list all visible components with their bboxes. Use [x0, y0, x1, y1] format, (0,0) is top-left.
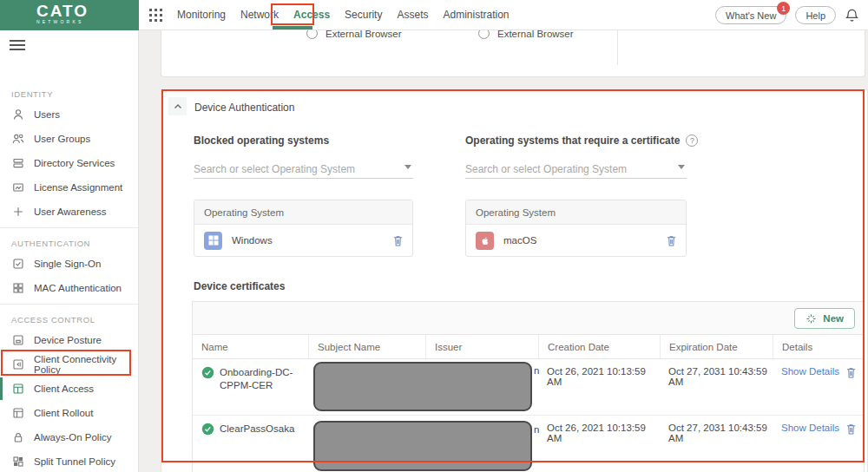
delete-icon[interactable] [666, 234, 677, 247]
column-header-issuer[interactable]: Issuer [425, 335, 538, 358]
authentication-methods-card: External Browser External Browser [161, 30, 865, 77]
table-row: macOS [466, 225, 686, 256]
select-placeholder: Search or select Operating System [194, 163, 355, 175]
whats-new-badge: 1 [777, 2, 790, 15]
help-button[interactable]: Help [795, 6, 836, 24]
sidebar-item-user-groups[interactable]: User Groups [0, 127, 138, 151]
redaction-overlay [313, 421, 532, 471]
sidebar-item-device-posture[interactable]: Device Posture [0, 328, 138, 352]
header-actions: What's New 1 Help [715, 0, 859, 30]
os-table-header: Operating System [194, 200, 412, 225]
main-content: External Browser External Browser Device… [139, 30, 868, 472]
sidebar-item-client-connectivity-policy[interactable]: Client Connectivity Policy [0, 352, 138, 377]
section-title-identity: IDENTITY [11, 89, 138, 99]
nav-security[interactable]: Security [345, 9, 382, 21]
nav-access[interactable]: Access [293, 9, 330, 21]
blocked-os-label: Blocked operating systems [194, 134, 329, 147]
column-header-expiration-date[interactable]: Expiration Date [660, 335, 773, 358]
sidebar-section-access-control: ACCESS CONTROL Device Posture Client Con… [0, 304, 138, 472]
sidebar-item-always-on-policy[interactable]: Always-On Policy [0, 425, 138, 449]
creation-date-cell: Oct 26, 2021 10:13:59 AM [538, 416, 660, 472]
column-header-subject-name[interactable]: Subject Name [308, 335, 425, 358]
sidebar-item-label: MAC Authentication [34, 283, 122, 293]
caret-down-icon [404, 165, 411, 169]
column-header-name[interactable]: Name [193, 335, 308, 358]
table-row: Windows [194, 225, 412, 256]
sparkle-icon [806, 313, 817, 324]
sidebar-item-label: Client Access [34, 384, 94, 394]
main-nav: Monitoring Network Access Security Asset… [177, 0, 510, 30]
show-details-link[interactable]: Show Details [781, 423, 839, 433]
sidebar-item-label: Device Posture [34, 335, 102, 345]
active-nav-underline [273, 26, 312, 30]
label-text: Blocked operating systems [194, 134, 329, 147]
section-title-access-control: ACCESS CONTROL [11, 315, 138, 324]
section-title: Device Authentication [194, 102, 294, 114]
blocked-os-select[interactable]: Search or select Operating System [194, 160, 413, 179]
user-icon [11, 108, 25, 121]
delete-icon[interactable] [845, 366, 857, 379]
new-certificate-button[interactable]: New [794, 308, 855, 329]
check-circle-icon [201, 423, 214, 436]
sidebar-item-directory-services[interactable]: Directory Services [0, 151, 138, 175]
sidebar-item-mac-authentication[interactable]: MAC Authentication [0, 276, 138, 300]
nav-administration[interactable]: Administration [443, 9, 509, 21]
notifications-bell-icon[interactable] [845, 8, 859, 23]
sidebar-item-label: License Assignment [34, 182, 122, 193]
column-header-creation-date[interactable]: Creation Date [538, 335, 660, 358]
client-connectivity-icon [11, 357, 25, 371]
nav-network[interactable]: Network [240, 9, 279, 21]
help-label: Help [806, 10, 825, 21]
section-title-authentication: AUTHENTICATION [11, 239, 138, 248]
sidebar-item-single-sign-on[interactable]: Single Sign-On [0, 252, 138, 276]
plus-icon [11, 205, 25, 219]
sidebar-item-user-awareness[interactable]: User Awareness [0, 200, 138, 224]
app-launcher-icon[interactable] [149, 9, 162, 22]
table-icon [11, 382, 25, 396]
help-icon[interactable]: ? [686, 134, 698, 147]
sidebar-item-users[interactable]: Users [0, 102, 138, 127]
menu-toggle-icon[interactable] [10, 40, 25, 50]
sidebar-item-label: Client Connectivity Policy [34, 354, 138, 375]
sidebar-item-license-assignment[interactable]: License Assignment [0, 175, 138, 200]
column-divider [617, 30, 618, 65]
split-tunnel-icon [11, 455, 25, 469]
license-assignment-icon [11, 180, 25, 194]
creation-date-cell: Oct 26, 2021 10:13:59 AM [538, 359, 660, 416]
show-details-link[interactable]: Show Details [781, 366, 839, 377]
user-groups-icon [11, 132, 25, 146]
whats-new-button[interactable]: What's New 1 [715, 6, 786, 24]
certificate-name: ClearPassOsaka [220, 423, 308, 472]
check-circle-icon [201, 366, 214, 379]
top-header: CATO NETWORKS Monitoring Network Access … [0, 0, 868, 30]
issuer-text-fragment: n [534, 365, 539, 376]
sidebar-item-client-access[interactable]: Client Access [0, 377, 138, 401]
details-cell: Show Details [773, 359, 864, 416]
sidebar-item-label: Split Tunnel Policy [34, 456, 115, 467]
os-table-header: Operating System [466, 200, 686, 225]
windows-icon [204, 232, 222, 250]
table-toolbar: New [193, 302, 864, 335]
nav-assets[interactable]: Assets [397, 9, 428, 21]
cert-os-select[interactable]: Search or select Operating System [465, 160, 687, 179]
os-name: Windows [232, 235, 392, 246]
cato-logo[interactable]: CATO NETWORKS [0, 0, 139, 30]
label-text: Operating systems that require a certifi… [465, 134, 680, 147]
details-cell: Show Details [773, 416, 864, 472]
sidebar-item-split-tunnel-policy[interactable]: Split Tunnel Policy [0, 449, 138, 472]
delete-icon[interactable] [845, 423, 857, 436]
sidebar-item-client-rollout[interactable]: Client Rollout [0, 401, 138, 425]
sidebar-item-label: Users [34, 109, 60, 120]
certificate-name: Onboarding-DC-CPPM-CER [220, 366, 308, 415]
os-name: macOS [503, 235, 666, 246]
delete-icon[interactable] [392, 234, 404, 247]
nav-monitoring[interactable]: Monitoring [177, 9, 226, 21]
collapse-section-button[interactable] [168, 97, 187, 115]
expiration-date-cell: Oct 27, 2031 10:43:59 AM [660, 416, 773, 472]
device-certificates-label: Device certificates [194, 280, 285, 292]
column-header-details[interactable]: Details [773, 335, 864, 358]
issuer-text-fragment: n [534, 424, 539, 435]
select-placeholder: Search or select Operating System [465, 163, 627, 175]
whats-new-label: What's New [726, 10, 776, 21]
table-header-row: Name Subject Name Issuer Creation Date E… [193, 335, 864, 359]
